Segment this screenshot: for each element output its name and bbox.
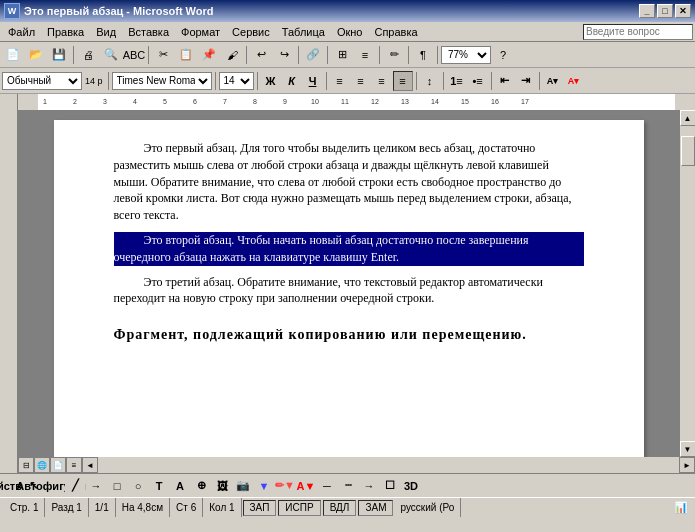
menu-edit[interactable]: Правка [41, 24, 90, 40]
decrease-indent-button[interactable]: ⇤ [495, 71, 515, 91]
drawing-toolbar: Действия ▾ ↖ Автофигуры ▾ ╱ → □ ○ T A ⊕ … [0, 473, 695, 497]
font-color-button[interactable]: A▾ [564, 71, 584, 91]
wordart-tool[interactable]: A [170, 476, 190, 496]
align-justify-button[interactable]: ≡ [393, 71, 413, 91]
textbox-tool[interactable]: T [149, 476, 169, 496]
fill-color-tool[interactable]: ▼ [254, 476, 274, 496]
zoom-select[interactable]: 77% 100% [441, 46, 491, 64]
arrow-style-tool[interactable]: → [359, 476, 379, 496]
align-center-button[interactable]: ≡ [351, 71, 371, 91]
horizontal-scrollbar-area: ⊟ 🌐 📄 ≡ ◄ ► [18, 457, 695, 473]
separator-1 [73, 46, 74, 64]
copy-button[interactable]: 📋 [175, 44, 197, 66]
cut-button[interactable]: ✂ [152, 44, 174, 66]
image-tool[interactable]: 📷 [233, 476, 253, 496]
diagram-tool[interactable]: ⊕ [191, 476, 211, 496]
show-formatting[interactable]: ¶ [412, 44, 434, 66]
bulleted-list-button[interactable]: •≡ [468, 71, 488, 91]
increase-indent-button[interactable]: ⇥ [516, 71, 536, 91]
clipart-tool[interactable]: 🖼 [212, 476, 232, 496]
font-color-tool2[interactable]: A▼ [296, 476, 316, 496]
drawing-button[interactable]: ✏ [383, 44, 405, 66]
menu-table[interactable]: Таблица [276, 24, 331, 40]
undo-button[interactable]: ↩ [250, 44, 272, 66]
line-spacing-button[interactable]: ↕ [420, 71, 440, 91]
paste-button[interactable]: 📌 [198, 44, 220, 66]
menu-format[interactable]: Формат [175, 24, 226, 40]
style-select[interactable]: Обычный [2, 72, 82, 90]
search-input[interactable] [583, 24, 693, 40]
highlight-button[interactable]: A▾ [543, 71, 563, 91]
numbered-list-button[interactable]: 1≡ [447, 71, 467, 91]
maximize-button[interactable]: □ [657, 4, 673, 18]
vertical-scrollbar: ▲ ▼ [679, 110, 695, 457]
ruler-mark-4: 4 [133, 98, 137, 105]
close-button[interactable]: ✕ [675, 4, 691, 18]
ruler-mark-1: 1 [43, 98, 47, 105]
scroll-right-button[interactable]: ► [679, 457, 695, 473]
page-label: Стр. 1 [10, 502, 38, 513]
oval-tool[interactable]: ○ [128, 476, 148, 496]
ruler-right-margin [675, 94, 695, 110]
arrow-tool[interactable]: → [86, 476, 106, 496]
ruler-mark-10: 10 [311, 98, 319, 105]
preview-button[interactable]: 🔍 [100, 44, 122, 66]
scroll-down-button[interactable]: ▼ [680, 441, 696, 457]
align-right-button[interactable]: ≡ [372, 71, 392, 91]
table-button[interactable]: ⊞ [331, 44, 353, 66]
bold-button[interactable]: Ж [261, 71, 281, 91]
hyperlink-button[interactable]: 🔗 [302, 44, 324, 66]
columns-button[interactable]: ≡ [354, 44, 376, 66]
menu-tools[interactable]: Сервис [226, 24, 276, 40]
print-button[interactable]: 🖨 [77, 44, 99, 66]
ruler-mark-17: 17 [521, 98, 529, 105]
scroll-left-button[interactable]: ◄ [82, 457, 98, 473]
scroll-thumb[interactable] [681, 136, 695, 166]
3d-tool[interactable]: 3D [401, 476, 421, 496]
doc-background: Это первый абзац. Для того чтобы выделит… [18, 110, 679, 457]
minimize-button[interactable]: _ [639, 4, 655, 18]
save-button[interactable]: 💾 [48, 44, 70, 66]
menu-insert[interactable]: Вставка [122, 24, 175, 40]
ruler-mark-16: 16 [491, 98, 499, 105]
autoshapes-button[interactable]: Автофигуры ▾ [44, 476, 64, 496]
paragraph-3: Это третий абзац. Обратите внимание, что… [114, 274, 584, 308]
rectangle-tool[interactable]: □ [107, 476, 127, 496]
italic-button[interactable]: К [282, 71, 302, 91]
shadow-tool[interactable]: ☐ [380, 476, 400, 496]
h-scroll-track[interactable] [98, 457, 679, 473]
ruler-mark-14: 14 [431, 98, 439, 105]
normal-view-button[interactable]: ⊟ [18, 457, 34, 473]
spell-button[interactable]: ABC [123, 44, 145, 66]
column-status: Ст 6 [170, 498, 203, 517]
separator-2 [148, 46, 149, 64]
new-button[interactable]: 📄 [2, 44, 24, 66]
line-color-tool[interactable]: ✏▼ [275, 476, 295, 496]
main-content-area: Это первый абзац. Для того чтобы выделит… [0, 110, 695, 473]
help-button[interactable]: ? [492, 44, 514, 66]
align-left-button[interactable]: ≡ [330, 71, 350, 91]
fmt-sep-3 [257, 72, 258, 90]
zam-status: ЗАМ [358, 500, 393, 516]
underline-button[interactable]: Ч [303, 71, 323, 91]
font-select[interactable]: Times New Roman [112, 72, 212, 90]
open-button[interactable]: 📂 [25, 44, 47, 66]
size-select[interactable]: 14 [219, 72, 254, 90]
menu-view[interactable]: Вид [90, 24, 122, 40]
web-view-button[interactable]: 🌐 [34, 457, 50, 473]
ruler-mark-5: 5 [163, 98, 167, 105]
scroll-track[interactable] [680, 126, 696, 441]
line-tool[interactable]: ╱ [65, 476, 85, 496]
redo-button[interactable]: ↪ [273, 44, 295, 66]
scroll-up-button[interactable]: ▲ [680, 110, 696, 126]
menu-window[interactable]: Окно [331, 24, 369, 40]
main-toolbar: 📄 📂 💾 🖨 🔍 ABC ✂ 📋 📌 🖌 ↩ ↪ 🔗 ⊞ ≡ ✏ ¶ 77% … [0, 42, 695, 68]
menu-help[interactable]: Справка [368, 24, 423, 40]
dash-style-tool[interactable]: ┄ [338, 476, 358, 496]
outline-view-button[interactable]: ≡ [66, 457, 82, 473]
print-view-button[interactable]: 📄 [50, 457, 66, 473]
menu-file[interactable]: Файл [2, 24, 41, 40]
line-style-tool[interactable]: ─ [317, 476, 337, 496]
heading-paragraph: Фрагмент, подлежащий копированию или пер… [114, 327, 584, 343]
format-painter[interactable]: 🖌 [221, 44, 243, 66]
